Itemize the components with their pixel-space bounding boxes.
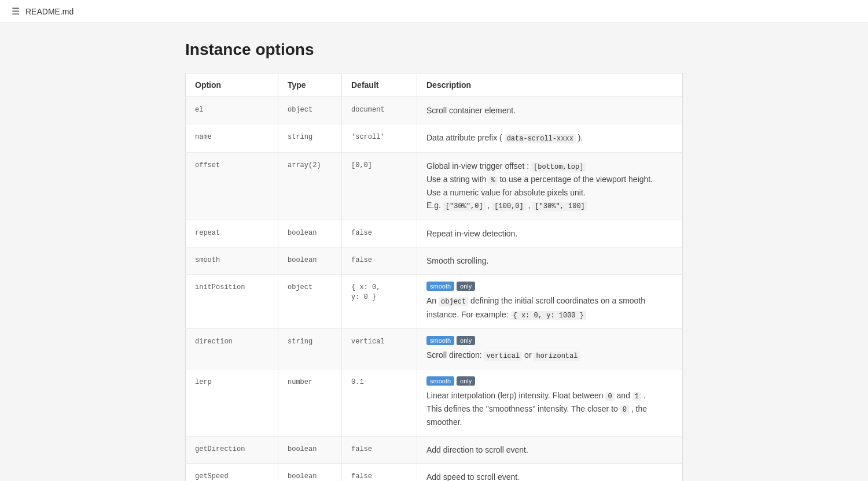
default-cell: document [342,97,417,124]
table-row: name string 'scroll' Data attribute pref… [186,124,683,152]
col-header-desc: Description [417,73,683,97]
table-row: initPosition object { x: 0,y: 0 } smooth… [186,275,683,328]
type-cell: boolean [278,464,342,481]
table-row: getDirection boolean false Add direction… [186,436,683,463]
badge-smooth: smooth [426,376,454,386]
badge-smooth: smooth [426,282,454,291]
table-row: direction string vertical smooth only Sc… [186,328,683,369]
default-cell: { x: 0,y: 0 } [342,275,417,328]
option-cell: getDirection [186,436,278,463]
desc-cell: Scroll container element. [417,97,683,124]
col-header-default: Default [342,73,417,97]
option-cell: name [186,124,278,152]
type-cell: boolean [278,436,342,463]
badge-smooth: smooth [426,336,454,345]
option-cell: el [186,97,278,124]
default-cell: false [342,436,417,463]
table-row: smooth boolean false Smooth scrolling. [186,247,683,274]
desc-cell: Global in-view trigger offset : [bottom,… [417,152,683,220]
type-cell: array(2) [278,152,342,220]
col-header-option: Option [186,73,278,97]
col-header-type: Type [278,73,342,97]
type-cell: object [278,97,342,124]
option-cell: getSpeed [186,464,278,481]
type-cell: string [278,328,342,369]
desc-cell: smooth only Linear interpolation (lerp) … [417,369,683,436]
type-cell: number [278,369,342,436]
page-title: Instance options [185,40,683,59]
option-cell: initPosition [186,275,278,328]
type-cell: boolean [278,247,342,274]
file-title: README.md [25,7,73,16]
table-row: lerp number 0.1 smooth only Linear inter… [186,369,683,436]
badge-only: only [457,376,475,386]
option-cell: smooth [186,247,278,274]
type-cell: string [278,124,342,152]
default-cell: false [342,464,417,481]
default-cell: false [342,220,417,247]
default-cell: [0,0] [342,152,417,220]
default-cell: 'scroll' [342,124,417,152]
table-row: offset array(2) [0,0] Global in-view tri… [186,152,683,220]
desc-cell: smooth only Scroll direction: vertical o… [417,328,683,369]
desc-cell: Add direction to scroll event. [417,436,683,463]
desc-cell: Smooth scrolling. [417,247,683,274]
type-cell: boolean [278,220,342,247]
table-row: getSpeed boolean false Add speed to scro… [186,464,683,481]
option-cell: direction [186,328,278,369]
table-row: el object document Scroll container elem… [186,97,683,124]
badge-only: only [457,282,475,291]
menu-icon: ☰ [12,6,20,17]
desc-cell: smooth only An object defining the initi… [417,275,683,328]
options-table: Option Type Default Description el objec… [185,73,683,481]
desc-cell: Add speed to scroll event. [417,464,683,481]
main-content: Instance options Option Type Default Des… [174,23,694,481]
type-cell: object [278,275,342,328]
table-row: repeat boolean false Repeat in-view dete… [186,220,683,247]
desc-cell: Repeat in-view detection. [417,220,683,247]
default-cell: false [342,247,417,274]
badge-only: only [457,336,475,345]
option-cell: lerp [186,369,278,436]
default-cell: 0.1 [342,369,417,436]
top-bar: ☰ README.md [0,0,868,23]
desc-cell: Data attribute prefix ( data-scroll-xxxx… [417,124,683,152]
option-cell: offset [186,152,278,220]
option-cell: repeat [186,220,278,247]
default-cell: vertical [342,328,417,369]
